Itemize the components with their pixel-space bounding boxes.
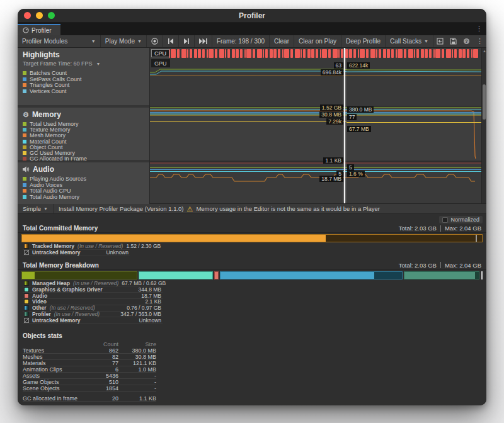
column-header-size: Size (118, 341, 156, 347)
install-package-link[interactable]: Install Memory Profiler Package (Version… (59, 205, 184, 212)
chart-value-label: 1.52 GB (320, 104, 343, 111)
chevron-down-icon: ▼ (424, 39, 428, 43)
segment-profiler[interactable] (404, 271, 479, 279)
tab-menu-icon[interactable]: ⋮ (476, 25, 483, 33)
counter-triangles-count[interactable]: Triangles Count (18, 82, 149, 88)
counter-swatch (23, 133, 26, 137)
profiler-window: Profiler Profiler ⋮ Profiler Modules ▼ P… (18, 9, 486, 405)
legend-value: 2.1 KB (145, 298, 161, 305)
prev-frame-button[interactable] (163, 35, 179, 47)
help-icon: ? (463, 38, 470, 45)
divider (440, 225, 441, 232)
record-button[interactable] (147, 35, 163, 47)
counter-texture-memory[interactable]: Texture Memory (18, 127, 149, 132)
chart-canvas[interactable]: CPU GPU (150, 48, 481, 203)
legend-swatch (24, 312, 29, 317)
committed-memory-bar (21, 234, 483, 242)
chevron-down-icon: ▼ (96, 62, 101, 66)
frame-playhead[interactable] (344, 48, 345, 203)
counter-total-audio-cpu[interactable]: Total Audio CPU (18, 188, 149, 194)
window-title: Profiler (18, 11, 486, 20)
chart-scrollbar[interactable]: ▲ (481, 48, 486, 203)
view-mode-label: Simple (23, 205, 41, 212)
load-profile-button[interactable] (433, 35, 447, 47)
counter-vertices-count[interactable]: Vertices Count (18, 88, 149, 94)
counter-audio-voices[interactable]: Audio Voices (18, 182, 149, 188)
counter-total-audio-memory[interactable]: Total Audio Memory (18, 194, 149, 200)
memory-breakdown-header: Total Memory Breakdown Total: 2.03 GB Ma… (18, 261, 486, 270)
legend-sublabel: (In use / Reserved) (54, 311, 100, 317)
chart-value-label: 18.7 MB (319, 176, 343, 182)
segment-other[interactable] (220, 271, 403, 279)
counter-label: Vertices Count (30, 88, 67, 94)
table-row-game-objects: Game Objects 510 - (23, 379, 156, 385)
max-marker (476, 235, 477, 242)
section-title: Total Memory Breakdown (23, 262, 99, 269)
segment-graphics[interactable] (139, 271, 212, 279)
max-marker (481, 271, 483, 279)
cpu-track-chip[interactable]: CPU (151, 49, 169, 57)
clear-button[interactable]: Clear (270, 35, 294, 47)
legend-sublabel: (In use / Reserved) (50, 305, 95, 311)
counter-swatch (23, 83, 26, 87)
counter-label: Triangles Count (30, 82, 69, 88)
counter-playing-audio-sources[interactable]: Playing Audio Sources (18, 176, 149, 182)
legend-row-untracked-memory: Untracked Memory Unknown (23, 250, 130, 256)
step-back-icon (168, 38, 174, 44)
legend-sublabel: (In use / Reserved) (73, 280, 118, 286)
legend-swatch (24, 287, 29, 292)
profiler-modules-dropdown[interactable]: Profiler Modules ▼ (18, 35, 101, 47)
counter-gc-allocated-in-frame[interactable]: GC Allocated In Frame (18, 156, 149, 162)
table-row-scene-objects: Scene Objects 1854 - (23, 385, 156, 392)
play-mode-dropdown[interactable]: Play Mode ▼ (101, 35, 147, 47)
counter-total-used-memory[interactable]: Total Used Memory (18, 121, 149, 127)
deep-profile-toggle[interactable]: Deep Profile (341, 35, 386, 47)
chart-value-label: 7.29k (326, 118, 343, 125)
load-icon (437, 38, 444, 45)
warning-icon: ⚠ (187, 206, 193, 212)
counter-gc-used-memory[interactable]: GC Used Memory (18, 150, 149, 155)
deep-profile-label: Deep Profile (346, 38, 381, 45)
help-button[interactable]: ? (460, 35, 473, 47)
normalized-checkbox[interactable] (442, 217, 448, 223)
segment-audio[interactable] (214, 271, 219, 279)
save-profile-button[interactable] (447, 35, 460, 47)
view-mode-dropdown[interactable]: Simple ▼ (18, 204, 54, 213)
target-frame-time-dropdown[interactable]: Target Frame Time: 60 FPS ▼ (18, 60, 149, 67)
module-highlights[interactable]: Highlights Target Frame Time: 60 FPS ▼ B… (18, 48, 149, 105)
module-audio[interactable]: Audio Playing Audio Sources Audio Voices… (18, 162, 149, 204)
target-frame-time-label: Target Frame Time: 60 FPS (23, 60, 93, 67)
table-row-meshes: Meshes 82 30.8 MB (23, 354, 156, 360)
current-frame-button[interactable] (195, 35, 212, 47)
counter-setpass-calls-count[interactable]: SetPass Calls Count (18, 76, 149, 82)
table-row-animation-clips: Animation Clips 6 1.0 MB (23, 366, 156, 373)
normalized-toggle[interactable]: Normalized (439, 216, 483, 223)
tracked-memory-fill (22, 235, 326, 242)
scroll-up-icon[interactable]: ▲ (483, 49, 486, 53)
counter-mesh-memory[interactable]: Mesh Memory (18, 133, 149, 138)
svg-text:?: ? (465, 39, 467, 43)
scrollbar-thumb[interactable] (483, 84, 486, 120)
legend-value: 18.7 MB (141, 293, 161, 299)
next-frame-button[interactable] (179, 35, 195, 47)
step-forward-icon (183, 38, 190, 44)
toolbar-menu-button[interactable]: ⋮ (473, 35, 486, 47)
save-icon (450, 38, 457, 45)
counter-swatch (23, 71, 26, 75)
call-stacks-dropdown[interactable]: Call Stacks ▼ (386, 35, 433, 47)
counter-object-count[interactable]: Object Count (18, 144, 149, 150)
clear-on-play-toggle[interactable]: Clear on Play (294, 35, 341, 47)
segment-reserved (374, 272, 403, 279)
breakdown-total-value: Total: 2.03 GB (399, 262, 437, 269)
legend-label: Audio (32, 293, 47, 299)
counter-batches-count[interactable]: Batches Count (18, 70, 149, 76)
segment-managed-heap[interactable] (21, 271, 137, 279)
chart-value-label: 63 (334, 62, 343, 69)
legend-value: 342.7 / 363.0 MB (120, 311, 161, 317)
legend-label: Untracked Memory (32, 249, 81, 256)
counter-material-count[interactable]: Material Count (18, 138, 149, 144)
tab-profiler[interactable]: Profiler (18, 24, 60, 35)
gpu-track-chip[interactable]: GPU (151, 59, 170, 67)
module-memory[interactable]: ⚙ Memory Total Used Memory Texture Memor… (18, 108, 149, 160)
play-mode-label: Play Mode (105, 38, 135, 45)
